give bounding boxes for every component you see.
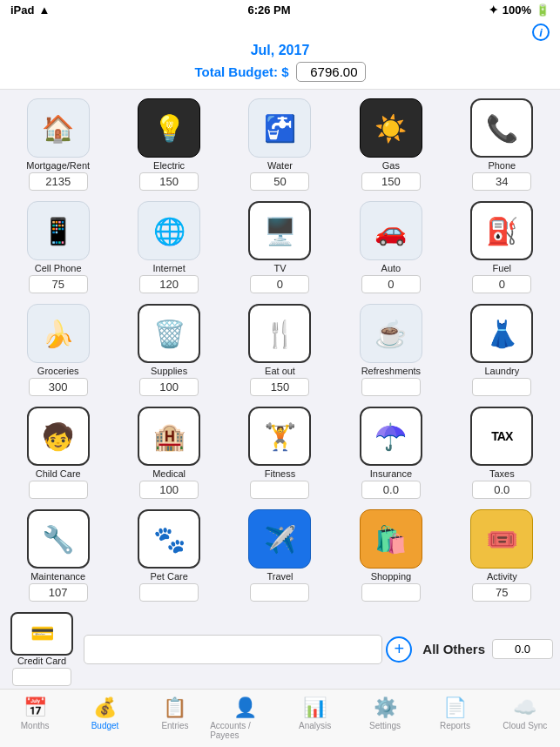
budget-item-refreshments: ☕Refreshments — [336, 300, 445, 400]
childcare-icon: 🧒 — [27, 407, 90, 466]
budget-item-auto: 🚗Auto — [336, 198, 445, 297]
taxes-icon: TAX — [470, 407, 533, 466]
custom-category-input[interactable] — [84, 635, 382, 664]
cellphone-input[interactable] — [29, 275, 88, 293]
budget-item-taxes: TAXTaxes — [448, 403, 557, 502]
budget-nav-label: Budget — [91, 721, 119, 730]
maintenance-input[interactable] — [29, 583, 88, 602]
water-input[interactable] — [250, 172, 309, 191]
auto-input[interactable] — [361, 275, 421, 293]
fuel-label: Fuel — [493, 263, 511, 273]
all-others-input[interactable] — [492, 639, 553, 659]
electric-input[interactable] — [139, 172, 199, 191]
tv-label: TV — [273, 263, 286, 273]
budget-item-groceries: 🍌Groceries — [3, 300, 112, 400]
cloudsync-nav-label: Cloud Sync — [503, 721, 547, 730]
settings-nav-label: Settings — [369, 721, 401, 730]
budget-item-cellphone: 📱Cell Phone — [3, 198, 112, 297]
groceries-input[interactable] — [29, 378, 88, 396]
mortgage-label: Mortgage/Rent — [26, 160, 90, 171]
nav-item-settings[interactable]: ⚙️Settings — [350, 693, 420, 740]
budget-item-supplies: 🗑️Supplies — [114, 300, 223, 400]
petcare-input[interactable] — [139, 583, 199, 602]
budget-item-laundry: 👗Laundry — [448, 300, 557, 400]
fuel-input[interactable] — [472, 275, 531, 293]
insurance-input[interactable] — [361, 481, 421, 499]
nav-item-months[interactable]: 📅Months — [0, 693, 70, 740]
insurance-icon: ☂️ — [360, 407, 422, 466]
budget-label: Total Budget: $ — [194, 64, 288, 79]
shopping-input[interactable] — [361, 583, 421, 602]
laundry-label: Laundry — [484, 366, 519, 376]
analysis-nav-label: Analysis — [299, 721, 331, 730]
budget-item-medical: 🏨Medical — [114, 403, 223, 502]
laundry-input[interactable] — [472, 378, 531, 396]
auto-label: Auto — [381, 263, 401, 273]
phone-input[interactable] — [472, 172, 531, 191]
credit-card-row: 💳 Credit Card + All Others — [0, 610, 560, 691]
nav-item-entries[interactable]: 📋Entries — [140, 693, 210, 740]
battery-label: 100% — [503, 3, 531, 17]
medical-label: Medical — [152, 468, 186, 479]
battery-icon: 🔋 — [536, 3, 550, 17]
activity-label: Activity — [487, 571, 517, 582]
maintenance-icon: 🔧 — [27, 509, 90, 569]
settings-nav-icon: ⚙️ — [374, 697, 397, 719]
budget-item-fitness: 🏋️Fitness — [226, 403, 334, 502]
internet-input[interactable] — [139, 275, 199, 293]
budget-item-internet: 🌐Internet — [114, 198, 223, 297]
budget-item-childcare: 🧒Child Care — [3, 403, 112, 502]
budget-item-insurance: ☂️Insurance — [336, 403, 445, 502]
nav-item-analysis[interactable]: 📊Analysis — [280, 693, 350, 740]
mortgage-input[interactable] — [29, 172, 88, 191]
budget-item-maintenance: 🔧Maintenance — [3, 506, 112, 605]
childcare-input[interactable] — [29, 481, 88, 499]
medical-input[interactable] — [139, 481, 199, 499]
credit-card-input[interactable] — [12, 668, 71, 686]
nav-item-accounts[interactable]: 👤Accounts / Payees — [210, 693, 280, 740]
credit-card-icon: 💳 — [10, 612, 73, 656]
tv-input[interactable] — [250, 275, 309, 293]
eatout-icon: 🍴 — [248, 304, 311, 363]
reports-nav-icon: 📄 — [443, 697, 467, 719]
supplies-input[interactable] — [139, 378, 199, 396]
laundry-icon: 👗 — [470, 304, 533, 363]
nav-item-reports[interactable]: 📄Reports — [420, 693, 489, 740]
phone-icon: 📞 — [470, 98, 533, 158]
all-others-row: All Others — [422, 639, 553, 659]
time-display: 6:26 PM — [247, 3, 290, 17]
nav-item-cloudsync[interactable]: ☁️Cloud Sync — [490, 693, 560, 740]
taxes-input[interactable] — [472, 481, 531, 499]
travel-input[interactable] — [250, 583, 309, 602]
budget-item-petcare: 🐾Pet Care — [114, 506, 223, 605]
info-button[interactable]: i — [532, 24, 550, 41]
refreshments-icon: ☕ — [360, 304, 422, 363]
petcare-label: Pet Care — [150, 571, 187, 582]
shopping-label: Shopping — [371, 571, 412, 582]
add-custom-button[interactable]: + — [386, 636, 412, 663]
main-content: 🏠Mortgage/Rent💡Electric🚰Water☀️Gas📞Phone… — [0, 90, 560, 708]
nav-item-budget[interactable]: 💰Budget — [70, 693, 139, 740]
electric-icon: 💡 — [138, 98, 200, 158]
reports-nav-label: Reports — [440, 721, 470, 730]
fitness-input[interactable] — [250, 481, 309, 499]
budget-item-fuel: ⛽Fuel — [448, 198, 557, 297]
budget-item-water: 🚰Water — [226, 95, 334, 194]
electric-label: Electric — [153, 160, 185, 171]
all-others-label: All Others — [422, 642, 485, 656]
taxes-label: Taxes — [489, 468, 515, 479]
internet-icon: 🌐 — [138, 201, 200, 260]
cloudsync-nav-icon: ☁️ — [513, 697, 536, 719]
fitness-label: Fitness — [265, 468, 295, 479]
eatout-input[interactable] — [250, 378, 309, 396]
water-icon: 🚰 — [248, 98, 311, 158]
activity-icon: 🎟️ — [470, 509, 533, 569]
budget-item-eatout: 🍴Eat out — [226, 300, 334, 400]
accounts-nav-label: Accounts / Payees — [210, 721, 280, 740]
gas-icon: ☀️ — [360, 98, 422, 158]
refreshments-input[interactable] — [361, 378, 421, 396]
gas-input[interactable] — [361, 172, 421, 191]
budget-item-electric: 💡Electric — [114, 95, 223, 194]
budget-total-value[interactable]: 6796.00 — [296, 62, 366, 82]
activity-input[interactable] — [472, 583, 531, 602]
